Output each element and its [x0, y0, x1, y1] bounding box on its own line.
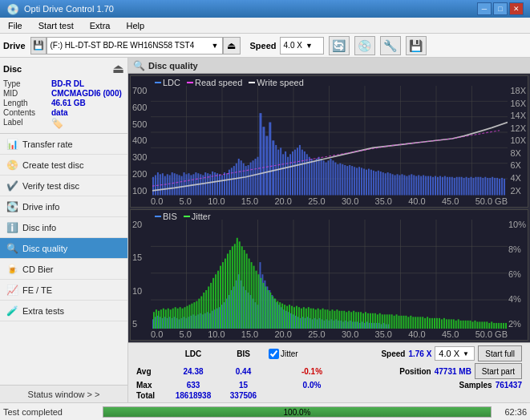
svg-rect-407: [470, 320, 471, 329]
verify-disc-icon: ✔️: [6, 180, 19, 192]
svg-rect-314: [249, 258, 250, 329]
svg-rect-48: [231, 168, 233, 195]
svg-rect-329: [284, 305, 285, 329]
sidebar-item-disc-quality[interactable]: 🔍 Disc quality: [0, 238, 127, 259]
svg-rect-119: [403, 175, 405, 195]
menu-file[interactable]: File: [3, 19, 27, 32]
type-val: BD-R DL: [51, 79, 84, 88]
svg-rect-327: [279, 302, 281, 329]
start-part-button[interactable]: Start part: [475, 363, 522, 379]
svg-rect-343: [318, 308, 319, 329]
sidebar-item-verify-test-disc[interactable]: ✔️ Verify test disc: [0, 176, 127, 196]
chart2-y-left: 2015105: [132, 220, 142, 329]
sidebar-item-create-test-disc[interactable]: 📀 Create test disc: [0, 155, 127, 176]
svg-rect-277: [160, 309, 162, 329]
speed-selector[interactable]: 4.0 X ▼: [435, 346, 475, 361]
svg-rect-313: [246, 253, 248, 329]
svg-rect-154: [487, 178, 488, 196]
read-speed-legend: Read speed: [187, 78, 242, 87]
svg-rect-390: [429, 317, 431, 329]
sidebar-item-cd-bier[interactable]: 🍺 CD Bier: [0, 259, 127, 280]
ldc-chart: LDC Read speed Write speed 18X16X14X12X1…: [130, 75, 528, 208]
svg-rect-83: [318, 157, 320, 196]
svg-rect-411: [479, 321, 480, 329]
settings-button[interactable]: 🔧: [380, 36, 401, 55]
length-val: 46.61 GB: [51, 99, 86, 107]
menu-help[interactable]: Help: [121, 19, 149, 32]
jitter-checkbox[interactable]: [269, 349, 279, 359]
svg-rect-42: [216, 173, 218, 195]
svg-rect-305: [227, 253, 229, 329]
svg-rect-295: [203, 293, 204, 329]
samples-label: Samples: [459, 381, 492, 390]
svg-rect-112: [387, 172, 389, 195]
close-button[interactable]: ✕: [509, 2, 524, 15]
svg-rect-292: [196, 301, 197, 329]
write-speed-legend-label: Write speed: [257, 78, 304, 87]
sidebar-item-transfer-rate[interactable]: 📊 Transfer rate: [0, 134, 127, 155]
sidebar-item-drive-info[interactable]: 💽 Drive info: [0, 196, 127, 217]
svg-rect-344: [320, 309, 322, 329]
svg-rect-81: [314, 160, 315, 195]
jitter-legend-dot: [184, 216, 190, 217]
svg-rect-287: [184, 307, 186, 329]
svg-rect-375: [394, 315, 395, 329]
svg-rect-310: [239, 241, 241, 329]
svg-rect-71: [289, 154, 291, 195]
svg-rect-90: [334, 163, 336, 196]
svg-rect-400: [453, 319, 455, 329]
svg-rect-324: [272, 296, 273, 329]
svg-rect-114: [392, 174, 394, 195]
svg-rect-413: [483, 321, 485, 329]
maximize-button[interactable]: □: [493, 2, 508, 15]
drive-selector[interactable]: (F:) HL-DT-ST BD-RE WH16NS58 TST4 ▼: [47, 37, 223, 55]
svg-rect-378: [401, 315, 403, 329]
svg-rect-141: [456, 177, 458, 196]
svg-rect-157: [494, 178, 496, 196]
svg-rect-123: [413, 175, 415, 195]
svg-rect-374: [391, 314, 393, 329]
label-icon[interactable]: 🏷️: [51, 118, 63, 129]
menu-start-test[interactable]: Start test: [34, 19, 79, 32]
svg-rect-49: [233, 166, 235, 195]
mid-key: MID: [3, 89, 51, 98]
svg-rect-282: [172, 308, 174, 329]
minimize-button[interactable]: ─: [477, 2, 492, 15]
sidebar-item-disc-info[interactable]: ℹ️ Disc info: [0, 217, 127, 238]
svg-rect-63: [269, 123, 271, 196]
svg-rect-361: [360, 312, 362, 329]
speed-select-val: 4.0 X: [439, 349, 459, 358]
save-button[interactable]: 💾: [406, 36, 427, 55]
chart1-y-left: 700600500400300200100: [132, 86, 147, 196]
svg-rect-86: [326, 163, 327, 196]
status-bar: Test completed 100.0% 62:36: [0, 402, 530, 420]
position-row: Position 47731 MB Start part: [399, 363, 522, 379]
samples-row: Samples 761437: [459, 381, 522, 390]
sidebar-item-extra-tests[interactable]: 🧪 Extra tests: [0, 301, 127, 321]
svg-rect-283: [175, 307, 176, 329]
svg-rect-20: [164, 176, 166, 196]
disc-button[interactable]: 💿: [354, 36, 375, 55]
svg-rect-352: [338, 310, 340, 329]
label-val: 🏷️: [51, 118, 63, 129]
svg-rect-28: [184, 172, 185, 195]
svg-rect-328: [281, 303, 283, 329]
status-window-button[interactable]: Status window > >: [0, 385, 127, 402]
jitter-legend-label: Jitter: [192, 212, 211, 221]
menu-extra[interactable]: Extra: [85, 19, 115, 32]
app-title: Opti Drive Control 1.70: [24, 4, 477, 14]
ldc-legend: LDC: [155, 78, 180, 87]
svg-rect-72: [292, 151, 293, 196]
svg-rect-27: [181, 176, 183, 196]
sidebar-item-fe-te[interactable]: 📈 FE / TE: [0, 280, 127, 301]
contents-val: data: [51, 108, 68, 117]
svg-rect-409: [474, 320, 475, 329]
svg-rect-355: [346, 312, 347, 329]
svg-rect-339: [308, 307, 310, 329]
refresh-button[interactable]: 🔄: [329, 36, 350, 55]
start-full-button[interactable]: Start full: [478, 345, 522, 361]
bis-total: 337506: [221, 391, 265, 400]
disc-eject-icon[interactable]: ⏏: [112, 61, 124, 76]
eject-button[interactable]: ⏏: [223, 37, 241, 55]
svg-rect-351: [336, 309, 338, 329]
